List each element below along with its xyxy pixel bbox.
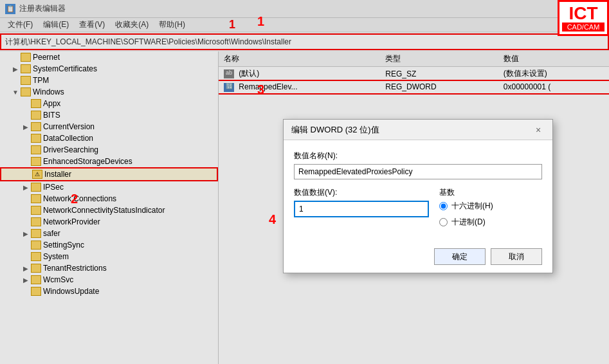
label-2-overlay: 2 [71, 192, 78, 206]
data-label: 数值数据(V): [294, 187, 429, 198]
dialog-row: 数值数据(V): 基数 十六进制(H) 十进制(D) [294, 187, 542, 233]
ict-title: ICT [562, 5, 604, 23]
value-section: 数值数据(V): [294, 187, 429, 217]
label-3-overlay: 3 [257, 82, 264, 97]
base-section: 基数 十六进制(H) 十进制(D) [439, 187, 542, 233]
hex-option[interactable]: 十六进制(H) [439, 201, 542, 212]
dialog-body: 数值名称(N): 数值数据(V): 基数 十六进制(H) 十进制(D) [284, 140, 552, 243]
cancel-button[interactable]: 取消 [491, 248, 542, 265]
label-1-overlay: 1 [257, 14, 264, 29]
label-4-overlay: 4 [269, 212, 276, 227]
dialog-title-bar: 编辑 DWORD (32 位)值 × [284, 120, 552, 140]
hex-label: 十六进制(H) [451, 201, 493, 212]
name-label: 数值名称(N): [294, 150, 542, 161]
data-input[interactable] [294, 201, 429, 217]
edit-dword-dialog: 编辑 DWORD (32 位)值 × 数值名称(N): 数值数据(V): 基数 … [283, 119, 553, 273]
ict-logo: ICT CAD/CAM [558, 0, 609, 36]
dialog-close-button[interactable]: × [532, 123, 545, 136]
dec-radio[interactable] [439, 218, 448, 226]
ok-button[interactable]: 确定 [434, 248, 486, 265]
dialog-footer: 确定 取消 [284, 243, 552, 273]
ict-subtitle: CAD/CAM [562, 23, 604, 32]
name-input[interactable] [294, 164, 542, 179]
dec-option[interactable]: 十进制(D) [439, 217, 542, 228]
dialog-title-text: 编辑 DWORD (32 位)值 [291, 124, 379, 136]
hex-radio[interactable] [439, 202, 448, 210]
base-label: 基数 [439, 187, 542, 198]
dec-label: 十进制(D) [451, 217, 486, 228]
